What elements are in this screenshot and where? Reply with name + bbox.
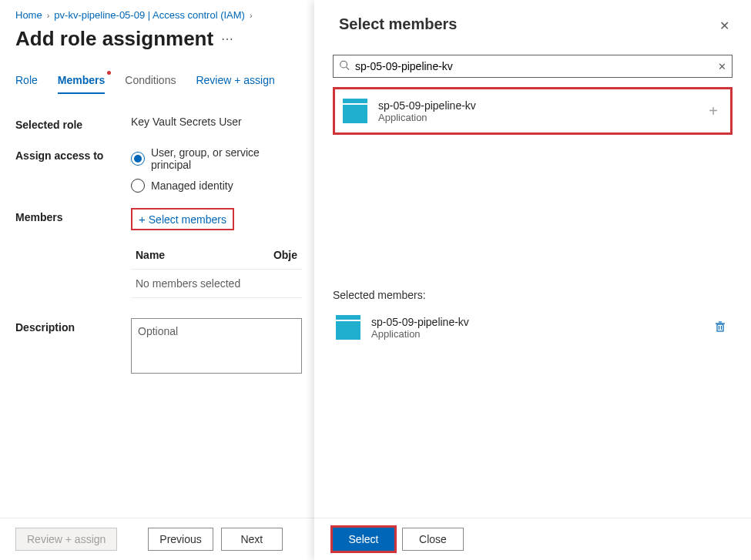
- svg-rect-2: [717, 324, 723, 331]
- next-button[interactable]: Next: [221, 528, 283, 551]
- close-button[interactable]: Close: [402, 528, 464, 551]
- members-table-header: Name Obje: [131, 241, 302, 270]
- breadcrumb: Home › pv-kv-pipeline-05-09 | Access con…: [15, 9, 302, 21]
- tab-role[interactable]: Role: [15, 74, 38, 94]
- previous-button[interactable]: Previous: [148, 528, 213, 551]
- chevron-right-icon: ›: [250, 11, 253, 20]
- selected-subtitle: Application: [371, 328, 711, 340]
- members-label: Members: [15, 208, 131, 298]
- flyout-title: Select members: [339, 15, 457, 33]
- tabs: Role Members Conditions Review + assign: [15, 74, 302, 94]
- radio-unchecked-icon: [131, 179, 145, 193]
- radio-user-group-sp[interactable]: User, group, or service principal: [131, 146, 302, 171]
- select-members-button[interactable]: + Select members: [131, 208, 234, 230]
- application-icon: [336, 315, 360, 340]
- col-name: Name: [136, 249, 273, 261]
- svg-point-0: [340, 61, 347, 68]
- breadcrumb-home[interactable]: Home: [15, 9, 42, 21]
- add-icon[interactable]: +: [704, 102, 723, 120]
- tab-members[interactable]: Members: [58, 74, 105, 94]
- radio-managed-identity[interactable]: Managed identity: [131, 179, 302, 193]
- radio-label-user: User, group, or service principal: [151, 146, 302, 171]
- tab-review-assign[interactable]: Review + assign: [196, 74, 274, 94]
- result-subtitle: Application: [378, 112, 704, 123]
- search-icon: [339, 60, 350, 73]
- result-name: sp-05-09-pipeline-kv: [378, 99, 704, 112]
- select-members-label: Select members: [149, 213, 226, 226]
- description-label: Description: [15, 318, 131, 376]
- page-title: Add role assignment: [15, 27, 213, 51]
- breadcrumb-resource[interactable]: pv-kv-pipeline-05-09 | Access control (I…: [54, 9, 245, 21]
- tab-conditions[interactable]: Conditions: [125, 74, 176, 94]
- main-panel: Home › pv-kv-pipeline-05-09 | Access con…: [0, 0, 314, 560]
- radio-checked-icon: [131, 152, 145, 166]
- plus-icon: +: [139, 213, 146, 226]
- svg-line-1: [347, 67, 350, 70]
- remove-icon[interactable]: [711, 317, 729, 338]
- members-empty-row: No members selected: [131, 270, 302, 298]
- col-object-id: Obje: [273, 249, 297, 261]
- selected-role-value: Key Vault Secrets User: [131, 116, 302, 131]
- tab-members-label: Members: [58, 74, 105, 86]
- application-icon: [343, 99, 367, 123]
- selected-name: sp-05-09-pipeline-kv: [371, 316, 711, 328]
- selected-role-label: Selected role: [15, 116, 131, 131]
- selected-member-item: sp-05-09-pipeline-kv Application: [333, 309, 733, 346]
- description-input[interactable]: [131, 318, 302, 374]
- bottom-bar: Review + assign Previous Next: [0, 518, 314, 560]
- search-result-item[interactable]: sp-05-09-pipeline-kv Application +: [333, 87, 733, 135]
- more-actions-icon[interactable]: ⋯: [221, 32, 233, 46]
- tab-indicator-dot: [107, 71, 111, 75]
- select-button[interactable]: Select: [333, 528, 394, 551]
- selected-members-label: Selected members:: [333, 289, 733, 301]
- chevron-right-icon: ›: [47, 11, 50, 20]
- search-input[interactable]: [333, 55, 733, 78]
- select-members-flyout: Select members ✕ ✕ sp-05-09-pipeline-kv …: [314, 0, 751, 560]
- radio-label-managed: Managed identity: [151, 179, 233, 192]
- review-assign-button[interactable]: Review + assign: [15, 528, 117, 551]
- close-icon[interactable]: ✕: [716, 15, 733, 36]
- flyout-footer: Select Close: [314, 518, 751, 560]
- clear-icon[interactable]: ✕: [718, 61, 726, 72]
- assign-access-label: Assign access to: [15, 146, 131, 193]
